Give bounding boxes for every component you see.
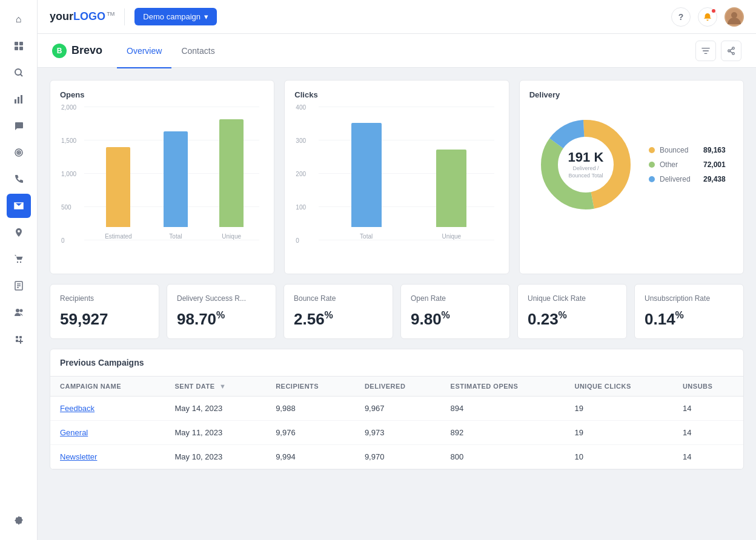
home-icon[interactable]: ⌂ bbox=[7, 7, 31, 31]
clicks-bar-total: Total bbox=[351, 123, 382, 240]
opens-bars: Estimated Total Unique bbox=[89, 107, 259, 240]
est-opens-general: 892 bbox=[441, 421, 565, 445]
target-icon[interactable] bbox=[7, 140, 31, 165]
est-opens-feedback: 894 bbox=[441, 397, 565, 421]
col-recipients: RECIPIENTS bbox=[266, 377, 355, 397]
col-delivered: DELIVERED bbox=[355, 377, 441, 397]
col-unsubs: UNSUBS bbox=[673, 377, 743, 397]
col-sent-date[interactable]: SENT DATE ▼ bbox=[165, 377, 266, 397]
chat-icon[interactable] bbox=[7, 114, 31, 138]
delivery-content: 191 K Delivered /Bounced Total Bounced 8… bbox=[529, 107, 734, 223]
recipients-general: 9,976 bbox=[266, 421, 355, 445]
bar-total-fill bbox=[164, 131, 188, 227]
tab-overview[interactable]: Overview bbox=[117, 35, 171, 68]
logo: yourLOGO TM bbox=[50, 10, 114, 23]
delivery-legend: Bounced 89,163 Other 72,001 Delivered bbox=[649, 146, 726, 183]
table-row: Newsletter May 10, 2023 9,994 9,970 800 … bbox=[50, 445, 743, 469]
topbar-right: ? bbox=[671, 7, 744, 27]
tabs: Overview Contacts bbox=[117, 34, 225, 67]
svg-point-24 bbox=[731, 12, 737, 18]
svg-line-28 bbox=[730, 48, 732, 50]
share-button[interactable] bbox=[721, 41, 741, 61]
svg-point-25 bbox=[732, 47, 735, 49]
svg-point-12 bbox=[16, 262, 18, 263]
svg-rect-21 bbox=[19, 336, 22, 338]
chart-icon[interactable] bbox=[7, 87, 31, 111]
stat-bounce-label: Bounce Rate bbox=[294, 294, 383, 303]
legend-bounced-value: 89,163 bbox=[703, 146, 726, 154]
user-avatar[interactable] bbox=[724, 7, 744, 27]
phone-icon[interactable] bbox=[7, 167, 31, 191]
demo-campaign-button[interactable]: Demo campaign ▾ bbox=[134, 8, 217, 25]
notification-button[interactable] bbox=[698, 7, 717, 27]
svg-rect-6 bbox=[15, 99, 16, 104]
legend-delivered-value: 29,438 bbox=[703, 175, 726, 183]
donut-value: 191 K bbox=[568, 150, 604, 165]
delivery-chart-card: Delivery bbox=[519, 80, 744, 274]
settings-icon[interactable] bbox=[7, 509, 31, 533]
legend-bounced: Bounced 89,163 bbox=[649, 146, 726, 154]
stat-delivery-value: 98.70% bbox=[177, 310, 266, 329]
cart-icon[interactable] bbox=[7, 247, 31, 271]
est-opens-newsletter: 800 bbox=[441, 445, 565, 469]
topbar-divider bbox=[124, 8, 125, 25]
main-wrapper: yourLOGO TM Demo campaign ▾ ? bbox=[38, 0, 756, 540]
location-icon[interactable] bbox=[7, 220, 31, 245]
help-button[interactable]: ? bbox=[671, 7, 691, 27]
clicks-chart-card: Clicks 400 300 200 100 0 Total bbox=[284, 80, 509, 274]
chevron-down-icon: ▾ bbox=[204, 12, 208, 21]
unique-clicks-general: 19 bbox=[565, 421, 672, 445]
delivery-chart-title: Delivery bbox=[529, 90, 734, 99]
opens-chart-title: Opens bbox=[60, 90, 264, 99]
stat-click-label: Unique Click Rate bbox=[528, 294, 617, 303]
topbar: yourLOGO TM Demo campaign ▾ ? bbox=[38, 0, 756, 34]
sent-date-newsletter: May 10, 2023 bbox=[165, 445, 266, 469]
svg-point-13 bbox=[19, 262, 21, 263]
clicks-bar-unique: Unique bbox=[436, 150, 466, 240]
legend-delivered-label: Delivered bbox=[660, 175, 698, 183]
stat-open-label: Open Rate bbox=[411, 294, 500, 303]
users-icon[interactable] bbox=[7, 300, 31, 324]
recipients-feedback: 9,988 bbox=[266, 397, 355, 421]
campaign-name-feedback[interactable]: Feedback bbox=[50, 397, 165, 421]
stat-click-value: 0.23% bbox=[528, 310, 617, 329]
report-icon[interactable] bbox=[7, 274, 31, 298]
legend-other-dot bbox=[649, 162, 655, 168]
tab-contacts[interactable]: Contacts bbox=[171, 35, 224, 68]
campaign-name-newsletter[interactable]: Newsletter bbox=[50, 445, 165, 469]
opens-chart-card: Opens 2,000 1,500 1,000 500 0 Es bbox=[50, 80, 274, 274]
search-icon[interactable] bbox=[7, 61, 31, 85]
bar-total: Total bbox=[164, 131, 188, 240]
legend-other: Other 72,001 bbox=[649, 160, 726, 169]
stat-delivery-label: Delivery Success R... bbox=[177, 294, 266, 303]
clicks-bar-total-fill bbox=[351, 123, 382, 227]
svg-rect-0 bbox=[15, 42, 18, 45]
stat-unsub-rate: Unsubscription Rate 0.14% bbox=[634, 284, 744, 339]
legend-bounced-dot bbox=[649, 147, 655, 153]
campaign-name-general[interactable]: General bbox=[50, 421, 165, 445]
stat-recipients-value: 59,927 bbox=[60, 310, 149, 329]
unsubs-feedback: 14 bbox=[673, 397, 743, 421]
plugin-icon[interactable] bbox=[7, 327, 31, 351]
table-header-row: CAMPAIGN NAME SENT DATE ▼ RECIPIENTS DEL… bbox=[50, 377, 743, 397]
page-header-right bbox=[695, 41, 741, 61]
email-icon[interactable] bbox=[7, 194, 31, 218]
content-area: B Brevo Overview Contacts bbox=[38, 34, 756, 540]
unsubs-general: 14 bbox=[673, 421, 743, 445]
clicks-bar-unique-fill bbox=[436, 150, 466, 227]
svg-rect-7 bbox=[18, 97, 19, 104]
unique-clicks-newsletter: 10 bbox=[565, 445, 672, 469]
donut-center: 191 K Delivered /Bounced Total bbox=[568, 150, 604, 179]
legend-delivered-dot bbox=[649, 176, 655, 182]
logo-area: yourLOGO TM Demo campaign ▾ bbox=[50, 8, 217, 25]
grid-icon[interactable] bbox=[7, 34, 31, 58]
stat-click-rate: Unique Click Rate 0.23% bbox=[517, 284, 627, 339]
sort-icon: ▼ bbox=[219, 383, 226, 390]
svg-rect-2 bbox=[15, 47, 18, 50]
svg-rect-22 bbox=[16, 340, 18, 342]
recipients-newsletter: 9,994 bbox=[266, 445, 355, 469]
svg-point-18 bbox=[16, 309, 19, 312]
stat-unsub-value: 0.14% bbox=[645, 310, 734, 329]
filter-button[interactable] bbox=[695, 41, 716, 61]
col-est-opens: ESTIMATED OPENS bbox=[441, 377, 565, 397]
